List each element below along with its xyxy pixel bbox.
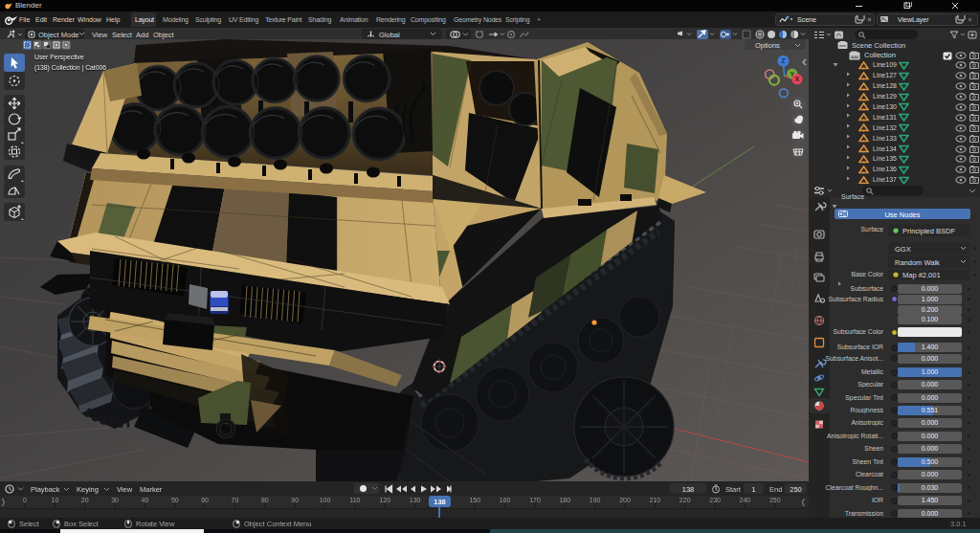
svg-text:X: X	[795, 76, 800, 82]
svg-text:Z: Z	[781, 57, 786, 64]
